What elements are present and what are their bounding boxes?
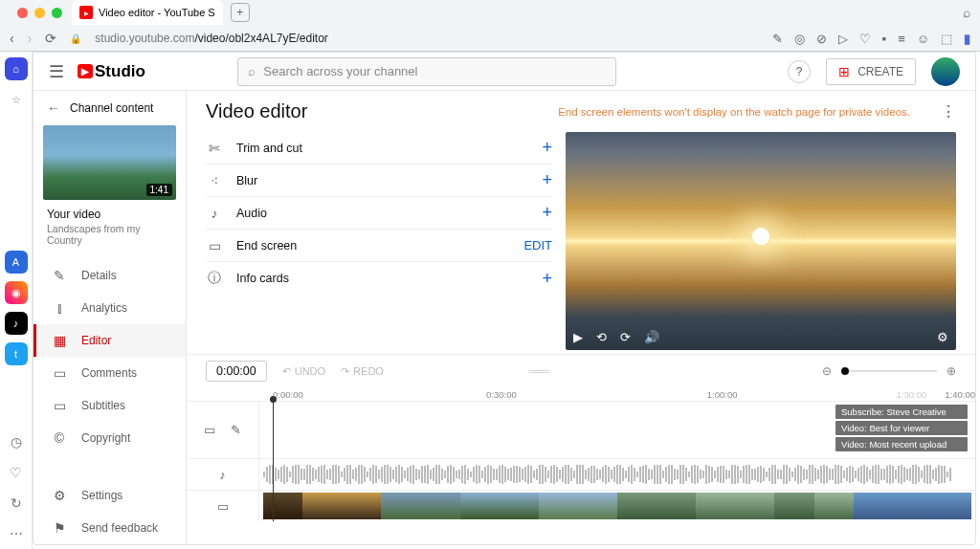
time-display[interactable]: 0:00:00 [206,361,267,382]
reload-button[interactable]: ⟳ [45,31,56,46]
tool-endscreen[interactable]: ▭End screenEDIT [206,230,552,262]
blur-icon: ⁖ [206,173,223,188]
more-icon[interactable]: ⋯ [10,526,23,541]
tool-audio[interactable]: ♪Audio+ [206,197,552,230]
endscreen-element[interactable]: Video: Best for viewer [835,421,968,435]
timeline-ruler[interactable]: 0:00:00 0:30:00 1:00:00 1:30:00 1:40:00 [187,387,975,401]
waveform[interactable] [263,465,971,484]
panel-resize-grip[interactable]: ═══ [528,364,547,378]
camera-icon[interactable]: ◎ [794,32,805,46]
copyright-icon: © [51,430,68,446]
check-icon[interactable]: ⊘ [816,32,827,46]
heart-icon[interactable]: ♡ [10,465,22,480]
app-home[interactable]: ⌂ [5,57,28,80]
studio-logo[interactable]: ▶Studio [78,62,145,81]
undo-button[interactable]: ↶ UNDO [282,365,325,378]
sidebar-item-analytics[interactable]: ⫿Analytics [33,292,186,324]
search-input[interactable]: ⌕ Search across your channel [237,57,616,86]
heart-icon[interactable]: ♡ [859,32,871,46]
app-store[interactable]: A [5,251,28,274]
sidebar-item-settings[interactable]: ⚙Settings [33,479,186,512]
back-arrow-icon[interactable]: ← [47,100,60,116]
filmstrip[interactable] [263,493,971,519]
sidebar-item-subtitles[interactable]: ▭Subtitles [33,389,186,422]
back-button[interactable]: ‹ [10,31,14,46]
sidebar-title[interactable]: Channel content [70,101,153,115]
person-icon[interactable]: ☺ [917,32,929,46]
player-settings-button[interactable]: ⚙ [937,330,948,344]
tab-title: Video editor - YouTube S [99,7,215,18]
tool-blur[interactable]: ⁖Blur+ [206,165,552,197]
audio-lane-icon: ♪ [219,468,226,482]
zoom-slider[interactable] [841,370,937,372]
forward-button[interactable]: ⟳ [620,330,631,344]
lane-endscreen: ▭✎ Subscribe: Steve Creative Video: Best… [187,401,975,458]
sidebar-item-details[interactable]: ✎Details [33,259,186,292]
rewind-button[interactable]: ⟲ [596,330,607,344]
app-header: ☰ ▶Studio ⌕ Search across your channel ?… [33,53,975,91]
avatar[interactable] [931,57,960,86]
tool-trim[interactable]: ✄Trim and cut+ [206,132,552,165]
more-menu-button[interactable]: ⋮ [941,102,956,121]
menu-icon[interactable]: ▮ [964,32,970,46]
analytics-icon: ⫿ [51,300,68,316]
video-title: Landscapes from my Country [47,223,172,246]
send-icon[interactable]: ▷ [838,32,848,46]
app-tiktok[interactable]: ♪ [5,312,28,335]
edit-icon[interactable]: ✎ [772,32,783,46]
window-controls[interactable] [8,8,72,18]
endscreen-element[interactable]: Video: Most recent upload [835,437,968,451]
editor-icon: ▦ [51,333,68,348]
add-infocards-button[interactable]: + [542,269,552,289]
add-audio-button[interactable]: + [542,203,552,223]
play-button[interactable]: ▶ [573,330,583,344]
browser-chrome: Video editor - YouTube S + ⌕ ‹ › ⟳ 🔒 stu… [0,0,980,52]
warning-text: End screen elements won't display on the… [558,106,910,118]
studio-sidebar: ← Channel content 1:41 Your video Landsc… [33,91,187,544]
menu-button[interactable]: ☰ [49,61,64,82]
endscreen-element[interactable]: Subscribe: Steve Creative [835,405,968,419]
info-icon: ⓘ [206,270,223,287]
new-tab-button[interactable]: + [231,3,250,22]
feedback-icon: ⚑ [51,520,68,536]
dashboard-icon[interactable]: ◷ [11,434,22,450]
browser-tab[interactable]: Video editor - YouTube S [72,0,223,25]
box-icon[interactable]: ⬚ [941,32,952,46]
tool-infocards[interactable]: ⓘInfo cards+ [206,262,552,295]
lane-audio: ♪ [187,458,975,490]
list-icon[interactable]: ≡ [898,32,905,46]
music-icon: ♪ [206,206,223,221]
sidebar-item-editor[interactable]: ▦Editor [33,324,186,357]
video-preview[interactable]: ▶ ⟲ ⟳ 🔊 ⚙ [566,132,956,350]
video-icon[interactable]: ▪ [882,32,887,46]
endscreen-lane-icon: ▭ [204,423,215,437]
redo-button[interactable]: ↷ REDO [341,365,384,378]
zoom-out-button[interactable]: ⊖ [822,364,832,378]
forward-button[interactable]: › [28,31,33,46]
zoom-in-button[interactable]: ⊕ [947,364,956,378]
volume-button[interactable]: 🔊 [644,330,659,344]
add-trim-button[interactable]: + [542,138,552,158]
sidebar-item-copyright[interactable]: ©Copyright [33,422,186,454]
gear-icon: ⚙ [51,488,68,503]
app-twitter[interactable]: t [5,342,28,365]
add-blur-button[interactable]: + [542,170,552,190]
edit-endscreen-button[interactable]: EDIT [523,238,552,253]
pencil-icon: ✎ [51,268,68,283]
video-thumbnail[interactable]: 1:41 [43,125,176,200]
app-instagram[interactable]: ◉ [5,281,28,304]
app-star[interactable]: ☆ [5,88,28,111]
page-title: Video editor [206,100,307,122]
edit-lane-icon[interactable]: ✎ [231,423,241,437]
create-button[interactable]: ⊞ CREATE [826,58,916,85]
lane-video: ▭ [187,490,975,521]
playhead[interactable] [273,401,274,521]
os-dock: ⌂ ☆ A ◉ ♪ t ◷ ♡ ↻ ⋯ [0,52,33,549]
sidebar-item-feedback[interactable]: ⚑Send feedback [33,512,186,544]
help-button[interactable]: ? [788,60,811,83]
address-bar[interactable]: studio.youtube.com/video/obl2x4AL7yE/edi… [95,32,758,45]
sidebar-item-comments[interactable]: ▭Comments [33,357,186,389]
history-icon[interactable]: ↻ [11,495,22,511]
browser-search-icon[interactable]: ⌕ [963,5,980,20]
search-icon: ⌕ [248,64,256,78]
